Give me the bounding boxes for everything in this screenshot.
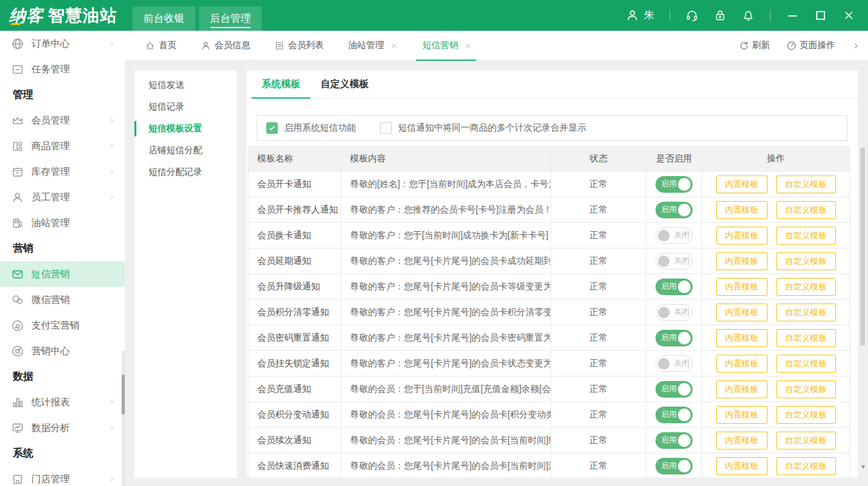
builtin-template-button[interactable]: 内置模板 <box>716 227 768 245</box>
enable-toggle[interactable]: 启用 <box>655 432 693 449</box>
sidebar-item-member-management[interactable]: 会员管理 <box>0 108 125 133</box>
refresh-button[interactable]: 刷新 <box>739 40 770 51</box>
custom-template-button[interactable]: 自定义模板 <box>776 175 836 193</box>
builtin-template-button[interactable]: 内置模板 <box>716 175 768 193</box>
enable-toggle[interactable]: 关闭 <box>655 304 693 321</box>
lock-screen-button[interactable] <box>714 9 727 22</box>
subnav-item-sms-record[interactable]: 短信记录 <box>134 96 237 118</box>
builtin-template-button[interactable]: 内置模板 <box>716 406 768 424</box>
custom-template-button[interactable]: 自定义模板 <box>776 201 836 219</box>
content-tab-custom-template[interactable]: 自定义模板 <box>310 70 379 98</box>
enable-toggle[interactable]: 启用 <box>655 458 693 474</box>
minimize-button[interactable] <box>786 9 799 22</box>
enable-toggle[interactable]: 启用 <box>655 202 693 218</box>
sidebar-item-sms-marketing[interactable]: 短信营销 <box>0 261 125 287</box>
custom-template-button[interactable]: 自定义模板 <box>776 329 836 347</box>
chevron-right-icon <box>108 117 116 124</box>
sidebar-item-staff-management[interactable]: 员工管理 <box>0 184 125 210</box>
sidebar-item-label: 支付宝营销 <box>31 320 79 332</box>
tab-home[interactable]: 首页 <box>145 31 177 60</box>
enable-toggle[interactable]: 启用 <box>655 330 693 346</box>
window-scrollbar-thumb[interactable] <box>860 147 865 346</box>
sidebar-item-statistics-report[interactable]: 统计报表 <box>0 389 125 415</box>
scroll-down-arrow[interactable]: ▼ <box>860 464 866 470</box>
sidebar-item-product-management[interactable]: 商品管理 <box>0 133 125 159</box>
enable-toggle[interactable]: 启用 <box>655 381 693 398</box>
maximize-button[interactable] <box>814 9 827 22</box>
sidebar-item-marketing-center[interactable]: 营销中心 <box>0 338 125 364</box>
subnav-item-sms-template-settings[interactable]: 短信模板设置 <box>134 118 237 140</box>
custom-template-button[interactable]: 自定义模板 <box>776 406 836 424</box>
enable-toggle[interactable]: 启用 <box>655 279 693 295</box>
sidebar-section-system: 系统 <box>0 441 125 466</box>
toggle-knob <box>658 230 670 241</box>
status-text: 正常 <box>551 300 647 325</box>
custom-template-button[interactable]: 自定义模板 <box>776 227 836 245</box>
sidebar-scrollbar-thumb[interactable] <box>122 375 125 414</box>
custom-template-button[interactable]: 自定义模板 <box>776 355 836 373</box>
checkbox-merge-count-records[interactable] <box>380 122 392 134</box>
tab-station-management[interactable]: 油站管理 <box>348 31 398 60</box>
custom-template-button[interactable]: 自定义模板 <box>776 278 836 296</box>
builtin-template-button[interactable]: 内置模板 <box>716 457 768 475</box>
enable-toggle[interactable]: 关闭 <box>655 355 693 372</box>
custom-template-button[interactable]: 自定义模板 <box>776 380 836 398</box>
builtin-template-button[interactable]: 内置模板 <box>716 380 768 398</box>
notifications-button[interactable] <box>742 9 755 22</box>
tabbar-expand-chevron <box>852 42 860 50</box>
subnav-item-sms-allocation-record[interactable]: 短信分配记录 <box>134 161 237 183</box>
builtin-template-button[interactable]: 内置模板 <box>716 252 768 270</box>
sidebar-item-task-management[interactable]: 任务管理 <box>0 56 125 82</box>
close-tab-icon[interactable] <box>464 42 472 50</box>
mode-switcher: 前台收银后台管理 <box>133 6 266 31</box>
enable-toggle[interactable]: 启用 <box>655 407 693 423</box>
subnav-item-store-sms-allocation[interactable]: 店铺短信分配 <box>134 140 237 161</box>
builtin-template-button[interactable]: 内置模板 <box>716 432 768 450</box>
mode-tab-backend-management[interactable]: 后台管理 <box>199 6 262 31</box>
column-header: 模板内容 <box>341 147 551 171</box>
enable-toggle[interactable]: 启用 <box>655 176 693 193</box>
page-operations-button[interactable]: 页面操作 <box>787 40 835 51</box>
sidebar-item-label: 门店管理 <box>31 473 70 485</box>
builtin-template-button[interactable]: 内置模板 <box>716 278 768 296</box>
tab-label: 油站管理 <box>348 40 384 51</box>
custom-template-button[interactable]: 自定义模板 <box>776 457 836 475</box>
user-menu[interactable]: 朱 <box>626 9 654 22</box>
user-name: 朱 <box>644 9 654 22</box>
sidebar-item-wechat-marketing[interactable]: 微信营销 <box>0 287 125 312</box>
toggle-label: 关闭 <box>674 255 689 266</box>
close-tab-icon[interactable] <box>390 42 398 50</box>
tab-member-info[interactable]: 会员信息 <box>201 31 250 60</box>
tab-sms-marketing[interactable]: 短信营销 <box>422 31 472 60</box>
sidebar-item-inventory-management[interactable]: 库存管理 <box>0 159 125 184</box>
content-tab-system-template[interactable]: 系统模板 <box>252 70 310 98</box>
tab-member-list[interactable]: 会员列表 <box>275 31 324 60</box>
custom-template-button[interactable]: 自定义模板 <box>776 252 836 270</box>
sidebar-item-alipay-marketing[interactable]: 支付宝营销 <box>0 312 125 338</box>
table-row-renewal: 会员续次通知尊敬的会员：您尾号[卡片尾号]的会员卡[当前时间]续正常启用内置模板… <box>248 428 849 453</box>
sidebar-item-label: 短信营销 <box>31 268 70 280</box>
status-text: 正常 <box>551 351 647 376</box>
close-window-button[interactable] <box>842 9 855 22</box>
support-button[interactable] <box>686 9 698 22</box>
custom-template-button[interactable]: 自定义模板 <box>776 304 836 321</box>
mode-tab-front-cashier[interactable]: 前台收银 <box>133 6 195 31</box>
builtin-template-button[interactable]: 内置模板 <box>716 201 768 219</box>
status-text: 正常 <box>551 402 647 427</box>
sidebar-item-label: 会员管理 <box>31 115 70 127</box>
sidebar-item-store-management[interactable]: 门店管理 <box>0 466 125 486</box>
subnav-item-sms-send[interactable]: 短信发送 <box>134 74 237 96</box>
builtin-template-button[interactable]: 内置模板 <box>716 304 768 321</box>
chevron-right-icon <box>108 40 116 47</box>
builtin-template-button[interactable]: 内置模板 <box>716 355 768 373</box>
custom-template-button[interactable]: 自定义模板 <box>776 432 836 450</box>
sidebar-scrollbar-track[interactable] <box>122 351 125 486</box>
builtin-template-button[interactable]: 内置模板 <box>716 329 768 347</box>
enable-toggle[interactable]: 关闭 <box>655 227 693 244</box>
sidebar-item-order-center[interactable]: 订单中心 <box>0 31 125 56</box>
checkbox-enable-system-sms[interactable] <box>266 122 278 134</box>
enable-toggle[interactable]: 关闭 <box>655 253 693 270</box>
template-content: 尊敬的客户：您尾号[卡片尾号]的会员卡积分清零变 <box>341 300 551 325</box>
sidebar-item-data-analysis[interactable]: 数据分析 <box>0 415 125 441</box>
sidebar-item-station-management[interactable]: 油站管理 <box>0 210 125 236</box>
